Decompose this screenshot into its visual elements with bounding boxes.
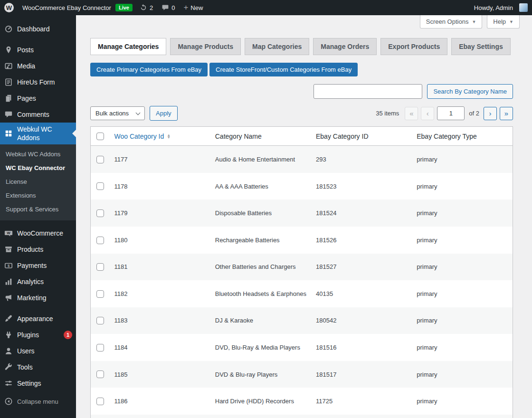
new-content-button[interactable]: + New [179,0,207,15]
select-all-checkbox[interactable] [96,133,104,140]
addons-icon [4,129,13,138]
bulk-actions-select[interactable]: Bulk actions [90,106,145,120]
sidebar-item-webkul-wc-addons[interactable]: Webkul WC Addons [0,123,76,144]
row-checkbox[interactable] [96,156,104,163]
row-checkbox[interactable] [96,237,104,244]
cell-woo-category-id: 1182 [110,280,210,307]
submenu-item-extensions[interactable]: Extensions [0,189,76,203]
tab-map-categories[interactable]: Map Categories [245,38,309,55]
row-checkbox[interactable] [96,370,104,378]
cell-woo-category-id: 1180 [110,227,210,254]
admin-bar-right: Howdy, Admin [470,0,532,15]
chevron-down-icon: ▼ [509,19,513,24]
column-header-ebay-category-id: Ebay Category ID [311,127,412,146]
sidebar-item-label: Media [17,62,72,70]
tablenav: Bulk actions Apply 35 items « ‹ of 2 › » [90,106,513,121]
column-header-category-name: Category Name [210,127,311,146]
sidebar-item-settings[interactable]: Settings [0,375,76,391]
row-checkbox[interactable] [96,263,104,271]
sidebar-item-pages[interactable]: Pages [0,90,76,106]
table-row: 1183DJ & Karaoke180542primary [91,307,513,334]
collapse-menu-button[interactable]: Collapse menu [0,393,76,409]
table-header: Woo Category Id▲▼ Category Name Ebay Cat… [91,127,513,146]
prev-page-button[interactable]: ‹ [421,107,434,120]
sidebar-item-comments[interactable]: Comments [0,106,76,123]
analytics-icon [4,277,13,286]
screen-options-button[interactable]: Screen Options ▼ [420,15,483,28]
sidebar-item-payments[interactable]: $Payments [0,257,76,274]
submenu-item-wc-ebay-connector[interactable]: WC Ebay Connector [0,162,76,175]
submenu-item-support-services[interactable]: Support & Services [0,203,76,217]
row-checkbox[interactable] [96,317,104,324]
sidebar-item-hireus-form[interactable]: HireUs Form [0,74,76,90]
sidebar-item-analytics[interactable]: Analytics [0,274,76,290]
row-checkbox[interactable] [96,290,104,298]
category-search-input[interactable] [314,84,422,99]
chevron-down-icon [136,110,141,115]
submenu-item-license[interactable]: License [0,175,76,189]
cell-woo-category-id: 1181 [110,254,210,281]
create-primary-categories-from-ebay-button[interactable]: Create Primary Categories From eBay [90,63,208,76]
first-page-button[interactable]: « [405,107,418,120]
apply-button[interactable]: Apply [150,106,178,121]
admin-menu: DashboardPostsMediaHireUs FormPagesComme… [0,21,76,391]
sidebar-item-tools[interactable]: Tools [0,359,76,375]
search-by-category-name-button[interactable]: Search By Category Name [427,84,513,99]
tab-manage-categories[interactable]: Manage Categories [90,38,166,55]
help-button[interactable]: Help ▼ [487,15,520,28]
updates-indicator[interactable]: 2 [135,0,157,15]
sidebar-item-media[interactable]: Media [0,58,76,74]
current-page-input[interactable] [437,106,465,120]
tab-export-products[interactable]: Export Products [380,38,447,55]
next-page-button[interactable]: › [484,107,497,120]
table-row: 1185DVD & Blu-ray Players181517primary [91,361,513,388]
table-row: 1180Rechargeable Batteries181526primary [91,227,513,254]
howdy-account-menu[interactable]: Howdy, Admin [470,0,532,15]
tab-manage-products[interactable]: Manage Products [170,38,241,55]
tab-manage-orders[interactable]: Manage Orders [313,38,377,55]
comments-indicator[interactable]: 0 [157,0,179,15]
row-checkbox[interactable] [96,398,104,405]
create-storefront-custom-categories-from-ebay-button[interactable]: Create StoreFront/Custom Categories From… [209,63,358,76]
last-page-button[interactable]: » [500,107,513,120]
wordpress-logo-button[interactable]: W [0,0,18,15]
payments-icon: $ [4,261,13,270]
sidebar-item-marketing[interactable]: Marketing [0,290,76,306]
sidebar-item-woocommerce[interactable]: WWooCommerce [0,225,76,241]
pages-icon [4,94,13,103]
pin-icon [4,45,13,55]
row-checkbox[interactable] [96,209,104,217]
comments-icon [4,110,13,119]
chevron-down-icon: ▼ [472,19,476,24]
row-checkbox[interactable] [96,182,104,190]
plugins-update-badge: 1 [64,331,72,339]
cell-ebay-category-type: primary [412,361,513,388]
column-header-woo-category-id[interactable]: Woo Category Id▲▼ [110,127,210,146]
sidebar-item-plugins[interactable]: Plugins1 [0,327,76,343]
form-icon [4,77,13,87]
plus-icon: + [183,3,188,11]
sidebar-item-appearance[interactable]: Appearance [0,311,76,327]
sidebar-item-users[interactable]: Users [0,343,76,359]
tab-ebay-settings[interactable]: Ebay Settings [451,38,511,55]
cell-woo-category-id: 1185 [110,361,210,388]
cell-category-name: Rechargeable Batteries [210,227,311,254]
tools-icon [4,362,13,372]
sidebar-item-posts[interactable]: Posts [0,42,76,58]
table-row: 1186Hard Drive (HDD) Recorders11725prima… [91,388,513,415]
site-name[interactable]: WooCommerce Ebay Connector [18,0,115,15]
cell-woo-category-id: 1183 [110,307,210,334]
submenu-item-webkul-wc-addons[interactable]: Webkul WC Addons [0,148,76,162]
table-row: 1184DVD, Blu-Ray & Media Players181516pr… [91,334,513,361]
bulk-actions-label: Bulk actions [95,110,129,117]
row-checkbox[interactable] [96,344,104,352]
sidebar-item-products[interactable]: Products [0,241,76,257]
cell-woo-category-id: 1177 [110,146,210,173]
screen-meta: Screen Options ▼ Help ▼ [420,15,520,28]
cell-woo-category-id: 1178 [110,173,210,200]
cell-woo-category-id: 1184 [110,334,210,361]
sidebar-item-dashboard[interactable]: Dashboard [0,21,76,37]
admin-bar-left: W WooCommerce Ebay Connector Live 2 0 + … [0,0,207,15]
new-label: New [190,4,203,11]
submenu-webkul-wc-addons: Webkul WC AddonsWC Ebay ConnectorLicense… [0,144,76,220]
